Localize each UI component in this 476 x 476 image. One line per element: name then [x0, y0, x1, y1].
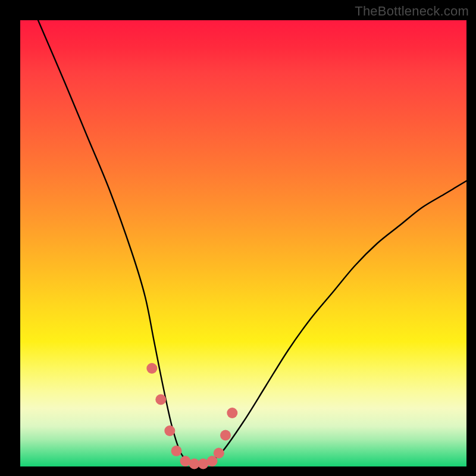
highlight-dot — [171, 446, 182, 456]
highlight-dots — [146, 363, 237, 469]
plot-area — [20, 20, 466, 466]
highlight-dot — [227, 408, 237, 418]
bottleneck-curve — [38, 20, 466, 464]
highlight-dot — [220, 430, 231, 441]
highlight-dot — [164, 425, 175, 436]
watermark-text: TheBottleneck.com — [355, 4, 469, 19]
highlight-dot — [155, 394, 166, 405]
chart-frame: TheBottleneck.com — [0, 0, 476, 476]
highlight-dot — [214, 448, 224, 459]
highlight-dot — [146, 363, 157, 374]
curve-svg — [20, 20, 466, 466]
